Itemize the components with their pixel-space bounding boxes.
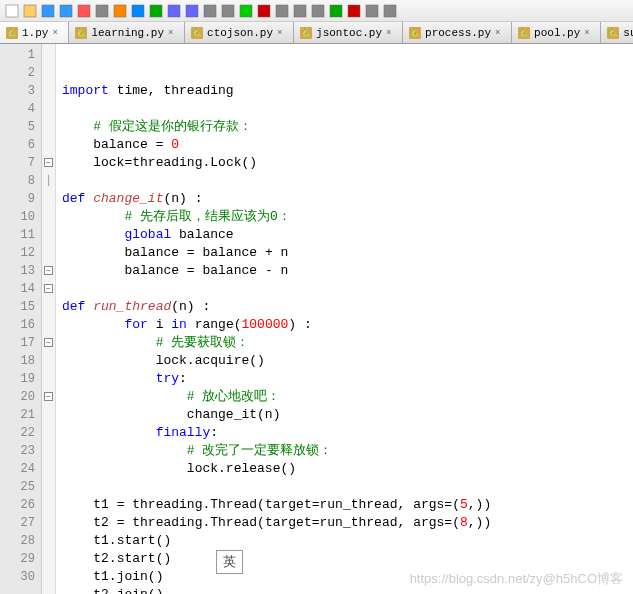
code-line[interactable]: t1 = threading.Thread(target=run_thread,… <box>62 496 633 514</box>
code-line[interactable]: # 改完了一定要释放锁： <box>62 442 633 460</box>
close-icon[interactable] <box>76 3 92 19</box>
code-line[interactable]: def run_thread(n) : <box>62 298 633 316</box>
tab-1-py[interactable]: 🐍1.py× <box>0 22 69 43</box>
close-icon[interactable]: × <box>277 28 287 38</box>
svg-rect-9 <box>168 5 180 17</box>
redo-icon[interactable] <box>184 3 200 19</box>
indent-icon[interactable] <box>310 3 326 19</box>
zoom-out-icon[interactable] <box>256 3 272 19</box>
tab-label: 1.py <box>22 27 48 39</box>
code-line[interactable]: balance = 0 <box>62 136 633 154</box>
code-line[interactable]: t2.start() <box>62 550 633 568</box>
saveall-icon[interactable] <box>58 3 74 19</box>
tab-label: pool.py <box>534 27 580 39</box>
tab-learning-py[interactable]: 🐍learning.py× <box>69 22 185 43</box>
code-line[interactable]: lock.release() <box>62 460 633 478</box>
code-line[interactable]: t2 = threading.Thread(target=run_thread,… <box>62 514 633 532</box>
tab-process-py[interactable]: 🐍process.py× <box>403 22 512 43</box>
code-line[interactable]: t1.start() <box>62 532 633 550</box>
record-icon[interactable] <box>364 3 380 19</box>
new-icon[interactable] <box>4 3 20 19</box>
toolbar <box>0 0 633 22</box>
close-icon[interactable]: × <box>495 28 505 38</box>
close-icon[interactable]: × <box>386 28 396 38</box>
code-line[interactable] <box>62 172 633 190</box>
cut-icon[interactable] <box>112 3 128 19</box>
settings-icon[interactable] <box>382 3 398 19</box>
fold-marker[interactable]: │ <box>42 172 55 190</box>
code-line[interactable] <box>62 280 633 298</box>
fold-marker[interactable]: − <box>42 262 55 280</box>
code-line[interactable]: import time, threading <box>62 82 633 100</box>
token-op: () <box>280 461 296 476</box>
macro-icon[interactable] <box>346 3 362 19</box>
find-icon[interactable] <box>202 3 218 19</box>
code-line[interactable]: # 放心地改吧： <box>62 388 633 406</box>
token-id: t1 <box>93 533 109 548</box>
fold-marker <box>42 82 55 100</box>
code-area[interactable]: import time, threading # 假定这是你的银行存款： bal… <box>56 44 633 594</box>
token-id: n <box>171 191 179 206</box>
code-line[interactable] <box>62 478 633 496</box>
line-number: 14 <box>2 280 35 298</box>
undo-icon[interactable] <box>166 3 182 19</box>
code-line[interactable]: change_it(n) <box>62 406 633 424</box>
line-number: 8 <box>2 172 35 190</box>
tab-subpro-py[interactable]: 🐍subpro.py× <box>601 22 633 43</box>
fold-marker[interactable]: − <box>42 154 55 172</box>
svg-rect-8 <box>150 5 162 17</box>
fold-marker[interactable]: − <box>42 280 55 298</box>
code-line[interactable]: try: <box>62 370 633 388</box>
token-kw: import <box>62 83 109 98</box>
line-number: 27 <box>2 514 35 532</box>
code-line[interactable]: global balance <box>62 226 633 244</box>
close-icon[interactable]: × <box>584 28 594 38</box>
token-id: run_thread <box>320 515 398 530</box>
token-op: ,)) <box>468 515 491 530</box>
line-number: 29 <box>2 550 35 568</box>
code-line[interactable]: # 先要获取锁： <box>62 334 633 352</box>
token-id: change_it <box>187 407 257 422</box>
token-op: () <box>148 587 164 594</box>
code-line[interactable]: lock.acquire() <box>62 352 633 370</box>
code-line[interactable]: finally: <box>62 424 633 442</box>
open-icon[interactable] <box>22 3 38 19</box>
fold-marker <box>42 226 55 244</box>
save-icon[interactable] <box>40 3 56 19</box>
code-line[interactable]: # 先存后取，结果应该为0： <box>62 208 633 226</box>
code-line[interactable]: balance = balance + n <box>62 244 633 262</box>
paste-icon[interactable] <box>148 3 164 19</box>
copy-icon[interactable] <box>130 3 146 19</box>
code-line[interactable]: lock=threading.Lock() <box>62 154 633 172</box>
fold-marker[interactable]: − <box>42 334 55 352</box>
code-line[interactable]: t1.join() <box>62 568 633 586</box>
print-icon[interactable] <box>94 3 110 19</box>
run-icon[interactable] <box>328 3 344 19</box>
close-icon[interactable]: × <box>168 28 178 38</box>
tab-pool-py[interactable]: 🐍pool.py× <box>512 22 601 43</box>
code-line[interactable]: # 假定这是你的银行存款： <box>62 118 633 136</box>
svg-rect-14 <box>258 5 270 17</box>
fold-marker[interactable]: − <box>42 388 55 406</box>
replace-icon[interactable] <box>220 3 236 19</box>
token-op: . <box>187 353 195 368</box>
zoom-in-icon[interactable] <box>238 3 254 19</box>
code-line[interactable]: def change_it(n) : <box>62 190 633 208</box>
token-op: () <box>148 569 164 584</box>
fold-marker <box>42 568 55 586</box>
token-op: ( <box>257 407 265 422</box>
token-op: . <box>109 569 117 584</box>
close-icon[interactable]: × <box>52 28 62 38</box>
tab-jsontoc-py[interactable]: 🐍jsontoc.py× <box>294 22 403 43</box>
tab-label: jsontoc.py <box>316 27 382 39</box>
code-line[interactable]: t2.join() <box>62 586 633 594</box>
line-number: 21 <box>2 406 35 424</box>
code-line[interactable]: balance = balance - n <box>62 262 633 280</box>
svg-rect-7 <box>132 5 144 17</box>
code-line[interactable] <box>62 100 633 118</box>
token-id: n <box>179 299 187 314</box>
ws-icon[interactable] <box>292 3 308 19</box>
code-line[interactable]: for i in range(100000) : <box>62 316 633 334</box>
tab-ctojson-py[interactable]: 🐍ctojson.py× <box>185 22 294 43</box>
wrap-icon[interactable] <box>274 3 290 19</box>
